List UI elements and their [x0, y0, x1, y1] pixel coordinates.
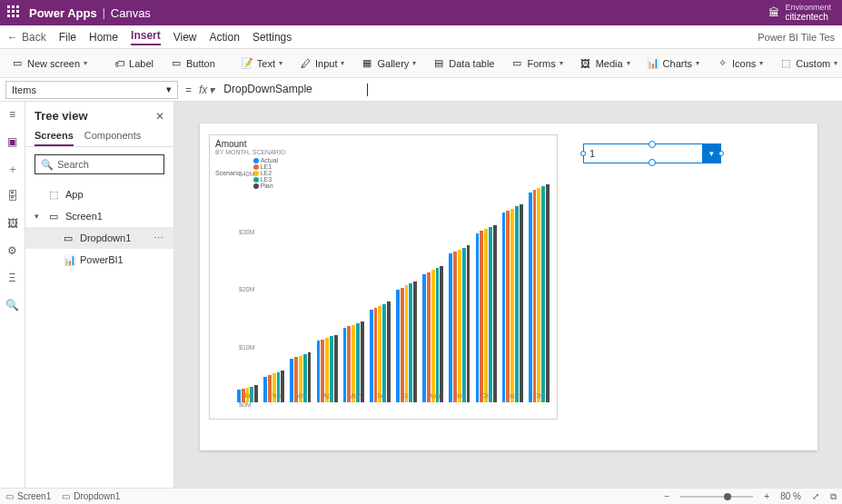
rail-hamburger-icon[interactable]: ≡ — [5, 107, 20, 122]
popout-icon[interactable]: ⧉ — [830, 491, 837, 502]
waffle-icon[interactable] — [7, 5, 22, 20]
text-button[interactable]: 📝Text▾ — [237, 55, 286, 72]
formula-bar: Items▾ = fx▾ DropDownSample — [0, 78, 842, 102]
forms-button[interactable]: ▭Forms▾ — [507, 55, 566, 72]
menu-home[interactable]: Home — [89, 31, 118, 44]
left-rail: ≡ ▣ ＋ 🗄 🖼 ⚙ Ξ 🔍 — [0, 102, 25, 488]
app-context: Canvas — [111, 6, 151, 20]
zoom-out-icon[interactable]: − — [665, 491, 670, 501]
text-icon: 📝 — [241, 57, 253, 70]
app-name: Power Apps — [29, 6, 97, 20]
chart-subtitle: BY MONTH, SCENARIO — [210, 149, 557, 155]
chart-title: Amount — [210, 135, 557, 149]
charts-button[interactable]: 📊Charts▾ — [643, 55, 703, 72]
forms-icon: ▭ — [510, 57, 523, 70]
tree-item-screen1[interactable]: ▾▭Screen1 — [25, 205, 173, 227]
title-bar: Power Apps | Canvas 🏛 Environment citize… — [0, 0, 842, 25]
dropdown-value: 1 — [584, 148, 702, 159]
tree-item-dropdown1[interactable]: ▭Dropdown1⋯ — [25, 227, 173, 249]
breadcrumb-screen[interactable]: ▭ Screen1 — [5, 491, 51, 501]
rail-search-icon[interactable]: 🔍 — [5, 298, 20, 312]
gallery-button[interactable]: ▦Gallery▾ — [357, 55, 420, 72]
new-screen-button[interactable]: ▭New screen▾ — [7, 55, 91, 72]
menu-insert[interactable]: Insert — [131, 29, 161, 45]
dropdown-icon: ▭ — [64, 232, 74, 243]
zoom-slider[interactable] — [680, 496, 753, 498]
chart-plot: $0M$10M$20M$30M$40MJanFebMarAprMayJunJul… — [235, 173, 551, 402]
menu-view[interactable]: View — [173, 31, 197, 44]
rail-variables-icon[interactable]: Ξ — [5, 271, 20, 285]
rail-media-icon[interactable]: 🖼 — [5, 216, 20, 231]
chevron-down-icon[interactable]: ▾ — [702, 144, 720, 163]
breadcrumb-control[interactable]: ▭ Dropdown1 — [62, 491, 120, 501]
menu-file[interactable]: File — [59, 31, 76, 44]
formula-input[interactable]: DropDownSample — [218, 83, 842, 96]
resize-handle[interactable] — [580, 151, 586, 156]
tree-item-app[interactable]: ⬚App — [25, 183, 173, 205]
app-title-right: Power BI Tile Tes — [758, 32, 835, 43]
zoom-in-icon[interactable]: + — [764, 491, 769, 501]
icons-icon: ✧ — [716, 57, 728, 70]
charts-icon: 📊 — [647, 57, 659, 70]
media-icon: 🖼 — [579, 57, 592, 70]
fit-icon[interactable]: ⤢ — [812, 491, 819, 501]
rail-data-icon[interactable]: 🗄 — [5, 189, 20, 203]
rail-flow-icon[interactable]: ⚙ — [5, 243, 20, 258]
custom-icon: ⬚ — [779, 57, 792, 70]
insert-ribbon: ▭New screen▾ 🏷Label ▭Button 📝Text▾ 🖊Inpu… — [0, 49, 842, 78]
search-icon: 🔍 — [41, 159, 54, 171]
chevron-down-icon[interactable]: ▾ — [35, 212, 44, 221]
tab-components[interactable]: Components — [84, 126, 141, 146]
input-icon: 🖊 — [299, 57, 312, 70]
input-button[interactable]: 🖊Input▾ — [295, 55, 348, 72]
more-icon[interactable]: ⋯ — [154, 232, 164, 244]
powerbi-tile[interactable]: Amount BY MONTH, SCENARIO Scenario Actua… — [209, 134, 558, 420]
tree-search-input[interactable]: 🔍 Search — [35, 154, 164, 174]
property-dropdown[interactable]: Items▾ — [5, 81, 178, 99]
icons-button[interactable]: ✧Icons▾ — [712, 55, 767, 72]
tree-view-pane: Tree view ✕ Screens Components 🔍 Search … — [25, 102, 174, 488]
rail-insert-icon[interactable]: ＋ — [5, 162, 20, 176]
close-icon[interactable]: ✕ — [155, 110, 164, 123]
zoom-level: 80 % — [780, 491, 801, 501]
label-button[interactable]: 🏷Label — [109, 55, 157, 72]
button-icon: ▭ — [170, 57, 183, 70]
app-icon: ⬚ — [49, 189, 60, 200]
datatable-button[interactable]: ▤Data table — [429, 55, 498, 72]
datatable-icon: ▤ — [432, 57, 445, 70]
menu-bar: ← Back File Home Insert View Action Sett… — [0, 25, 842, 49]
screen-icon: ▭ — [49, 211, 60, 222]
powerbi-icon: 📊 — [64, 254, 74, 265]
dropdown-control[interactable]: 1 ▾ — [583, 143, 721, 163]
screen-icon: ▭ — [11, 57, 24, 70]
gallery-icon: ▦ — [361, 57, 373, 70]
label-icon: 🏷 — [113, 57, 125, 70]
tree-item-powerbi1[interactable]: 📊PowerBI1 — [25, 249, 173, 271]
tree-title: Tree view — [35, 109, 88, 123]
fx-label[interactable]: fx▾ — [199, 84, 214, 96]
status-bar: ▭ Screen1 ▭ Dropdown1 − + 80 % ⤢ ⧉ — [0, 488, 842, 504]
button-button[interactable]: ▭Button — [166, 55, 219, 72]
menu-settings[interactable]: Settings — [253, 31, 292, 44]
chevron-down-icon: ▾ — [166, 84, 172, 95]
tab-screens[interactable]: Screens — [35, 126, 74, 146]
environment-picker[interactable]: Environment citizentech — [785, 4, 831, 23]
canvas-area[interactable]: Amount BY MONTH, SCENARIO Scenario Actua… — [174, 102, 842, 488]
resize-handle[interactable] — [718, 151, 724, 156]
media-button[interactable]: 🖼Media▾ — [576, 55, 634, 72]
environment-icon[interactable]: 🏛 — [768, 6, 779, 19]
rail-tree-icon[interactable]: ▣ — [5, 134, 20, 149]
menu-action[interactable]: Action — [210, 31, 240, 44]
custom-button[interactable]: ⬚Custom▾ — [776, 55, 841, 72]
back-button[interactable]: ← Back — [7, 31, 46, 44]
canvas-screen[interactable]: Amount BY MONTH, SCENARIO Scenario Actua… — [200, 124, 817, 450]
